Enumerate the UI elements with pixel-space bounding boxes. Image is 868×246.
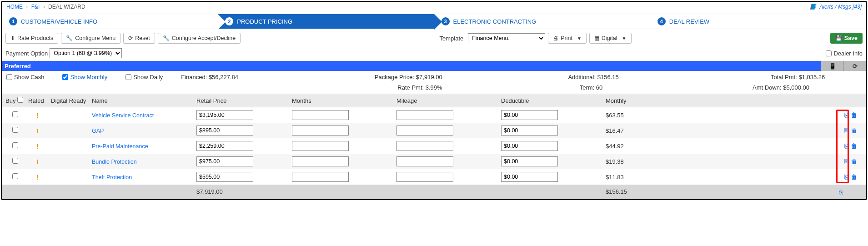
download-icon: ⬇: [10, 35, 15, 41]
rated-indicator: !: [26, 158, 49, 166]
buy-all-checkbox[interactable]: [17, 97, 23, 103]
step-deal-review[interactable]: 4 DEAL REVIEW: [650, 14, 866, 29]
trash-icon[interactable]: 🗑: [851, 127, 857, 134]
breadcrumb-home[interactable]: HOME: [6, 4, 23, 10]
breadcrumb-current: DEAL WIZARD: [48, 4, 85, 10]
mileage-input[interactable]: [396, 126, 453, 136]
retail-price-input[interactable]: [196, 141, 253, 151]
chevron-down-icon: ▼: [622, 36, 627, 41]
table-row: ! Vehicle Service Contract $63.55 ⎘ 🗑: [2, 107, 866, 123]
mobile-icon-button[interactable]: 📱: [821, 61, 843, 71]
col-months: Months: [290, 97, 395, 104]
alerts-label: Alerts / Msgs: [819, 4, 851, 10]
monthly-value: $63.55: [604, 112, 708, 119]
print-button[interactable]: 🖨Print▼: [548, 33, 587, 44]
show-daily-checkbox[interactable]: [125, 74, 131, 80]
refresh-icon-button[interactable]: ⟳: [843, 61, 866, 71]
save-icon: 💾: [835, 35, 842, 41]
step-customer-vehicle[interactable]: 1 CUSTOMER/VEHICLE INFO: [2, 14, 218, 29]
deductible-input[interactable]: [501, 141, 558, 151]
table-row: ! GAP $16.47 ⎘ 🗑: [2, 123, 866, 138]
alerts-link[interactable]: 📘 Alerts / Msgs [43]: [809, 4, 862, 10]
step-product-pricing[interactable]: 2 PRODUCT PRICING: [218, 14, 434, 29]
deductible-input[interactable]: [501, 156, 558, 166]
deductible-input[interactable]: [501, 172, 558, 182]
copy-icon[interactable]: ⎘: [844, 111, 848, 119]
monthly-value: $19.38: [604, 158, 708, 165]
product-name-link[interactable]: Pre-Paid Maintenance: [92, 143, 148, 150]
step-electronic-contracting[interactable]: 3 ELECTRONIC CONTRACTING: [434, 14, 650, 29]
total-pmt-summary: Total Pmt: $1,035.26: [771, 74, 862, 80]
monthly-value: $16.47: [604, 127, 708, 134]
digital-button[interactable]: ▦Digital▼: [589, 33, 632, 44]
rated-indicator: !: [26, 111, 49, 119]
col-deductible: Deductible: [499, 97, 604, 104]
dealer-info-label: Dealer Info: [833, 50, 863, 57]
breadcrumb-fi[interactable]: F&I: [31, 4, 40, 10]
copy-icon[interactable]: ⎘: [844, 142, 848, 150]
rated-indicator: !: [26, 142, 49, 150]
product-name-link[interactable]: Theft Protection: [92, 174, 132, 181]
trash-icon[interactable]: 🗑: [851, 142, 857, 150]
mileage-input[interactable]: [396, 141, 453, 151]
deductible-input[interactable]: [501, 126, 558, 136]
show-cash-checkbox[interactable]: [6, 74, 12, 80]
product-name-link[interactable]: GAP: [92, 128, 104, 134]
financed-summary: Financed: $56,227.84: [181, 74, 366, 80]
trash-icon[interactable]: 🗑: [851, 173, 857, 181]
copy-icon[interactable]: ⎘: [844, 173, 848, 181]
retail-price-input[interactable]: [196, 110, 253, 120]
buy-checkbox[interactable]: [12, 142, 18, 148]
step-label: CUSTOMER/VEHICLE INFO: [21, 18, 97, 25]
monthly-value: $11.83: [604, 174, 708, 181]
col-buy: Buy: [4, 97, 26, 104]
show-monthly-checkbox-label[interactable]: Show Monthly: [62, 74, 107, 80]
table-row: ! Bundle Protection $19.38 ⎘ 🗑: [2, 154, 866, 169]
product-name-link[interactable]: Bundle Protection: [92, 159, 137, 165]
months-input[interactable]: [292, 156, 349, 166]
monthly-value: $44.92: [604, 143, 708, 150]
buy-checkbox[interactable]: [12, 158, 18, 164]
reset-button[interactable]: ⟳Reset: [123, 33, 155, 44]
show-daily-checkbox-label[interactable]: Show Daily: [125, 74, 163, 80]
retail-price-input[interactable]: [196, 172, 253, 182]
copy-all-icon[interactable]: ⎘: [839, 188, 843, 196]
col-monthly: Monthly: [604, 97, 708, 104]
save-button[interactable]: 💾Save: [830, 33, 863, 44]
chevron-down-icon: ▼: [577, 36, 582, 41]
rate-products-button[interactable]: ⬇Rate Products: [5, 33, 58, 44]
configure-accept-decline-button[interactable]: 🔧Configure Accept/Decline: [158, 33, 241, 44]
buy-checkbox[interactable]: [12, 127, 18, 133]
buy-checkbox[interactable]: [12, 111, 18, 117]
copy-icon[interactable]: ⎘: [844, 127, 848, 134]
col-name: Name: [90, 97, 195, 104]
wrench-icon: 🔧: [163, 35, 170, 41]
grid-icon: ▦: [594, 35, 599, 41]
dealer-info-checkbox[interactable]: [826, 50, 832, 56]
mileage-input[interactable]: [396, 172, 453, 182]
book-icon: 📘: [809, 4, 816, 10]
months-input[interactable]: [292, 141, 349, 151]
show-cash-checkbox-label[interactable]: Show Cash: [6, 74, 44, 80]
template-select[interactable]: Finance Menu.: [468, 33, 545, 43]
trash-icon[interactable]: 🗑: [851, 111, 857, 119]
months-input[interactable]: [292, 126, 349, 136]
configure-menu-button[interactable]: 🔧Configure Menu: [61, 33, 120, 44]
step-number: 2: [225, 17, 233, 25]
mileage-input[interactable]: [396, 156, 453, 166]
show-monthly-checkbox[interactable]: [62, 74, 68, 80]
months-input[interactable]: [292, 172, 349, 182]
step-label: DEAL REVIEW: [669, 18, 709, 25]
copy-icon[interactable]: ⎘: [844, 158, 848, 165]
mileage-input[interactable]: [396, 110, 453, 120]
payment-option-select[interactable]: Option 1 (60 @ 3.99%): [50, 48, 122, 58]
trash-icon[interactable]: 🗑: [851, 158, 857, 165]
retail-price-input[interactable]: [196, 156, 253, 166]
months-input[interactable]: [292, 110, 349, 120]
retail-price-input[interactable]: [196, 126, 253, 136]
buy-checkbox[interactable]: [12, 173, 18, 179]
deductible-input[interactable]: [501, 110, 558, 120]
rated-indicator: !: [26, 173, 49, 181]
footer-retail-total: $7,919.00: [195, 188, 290, 196]
product-name-link[interactable]: Vehicle Service Contract: [92, 112, 154, 119]
